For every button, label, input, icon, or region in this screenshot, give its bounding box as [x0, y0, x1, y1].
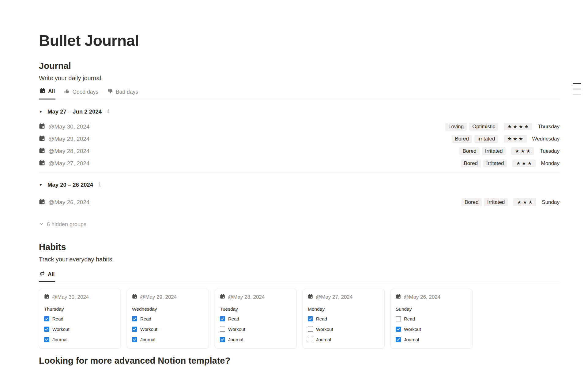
habit-item: Read [396, 314, 467, 324]
habit-item: Read [132, 314, 204, 324]
habit-label: Journal [316, 337, 331, 342]
star-rating: ★★★ [511, 147, 534, 155]
habit-item: Workout [220, 324, 292, 335]
habit-card[interactable]: @May 26, 2024 Sunday Read Workout Journa… [390, 289, 473, 349]
journal-section-description: Write your daily journal. [39, 74, 560, 82]
journal-view-tabs: All Good days Bad days [39, 87, 560, 99]
habit-item: Read [220, 314, 292, 324]
habit-card-items: Read Workout Journal [44, 314, 116, 345]
journal-date-mention[interactable]: @May 26, 2024 [48, 199, 89, 206]
day-of-week-label: Wednesday [532, 136, 560, 142]
star-rating: ★★★ [512, 159, 535, 167]
habit-card-date-mention[interactable]: @May 29, 2024 [140, 294, 177, 300]
habit-card-day-label: Tuesday [220, 306, 292, 312]
habit-item: Journal [396, 335, 467, 345]
group-toggle-icon[interactable]: ▼ [39, 110, 43, 114]
habit-checkbox[interactable] [308, 327, 313, 332]
habit-checkbox[interactable] [308, 316, 313, 321]
mood-tag: Irritated [484, 198, 508, 206]
outline-indicator-bar[interactable] [573, 88, 581, 90]
habit-item: Read [44, 314, 116, 324]
calendar-icon [39, 148, 45, 155]
journal-tab-good-days[interactable]: Good days [63, 87, 99, 99]
habit-item: Read [308, 314, 379, 324]
habit-checkbox[interactable] [308, 337, 313, 342]
group-toggle-icon[interactable]: ▼ [39, 183, 43, 187]
journal-row[interactable]: @May 28, 2024 BoredIrritated ★★★ Tuesday [39, 145, 560, 157]
outline-indicator[interactable] [573, 83, 581, 95]
journal-section-heading: Journal [39, 61, 560, 71]
journal-tab-bad-days[interactable]: Bad days [107, 87, 139, 99]
habit-label: Journal [140, 337, 155, 342]
journal-row[interactable]: @May 26, 2024 BoredIrritated ★★★ Sunday [39, 196, 560, 208]
journal-date-mention[interactable]: @May 29, 2024 [48, 136, 89, 142]
page-title: Bullet Journal [39, 32, 560, 50]
habit-label: Workout [316, 327, 333, 332]
outline-indicator-bar[interactable] [573, 94, 581, 95]
journal-group-header[interactable]: ▼ May 20 – 26 2024 1 [39, 181, 560, 189]
day-of-week-label: Sunday [542, 199, 560, 205]
calendar-icon [132, 294, 137, 300]
star-rating: ★★★ [513, 198, 536, 206]
habits-tab-all[interactable]: All [39, 270, 55, 282]
habit-checkbox[interactable] [220, 316, 225, 321]
habit-checkbox[interactable] [44, 337, 49, 342]
habit-checkbox[interactable] [44, 316, 49, 321]
outline-indicator-bar[interactable] [573, 83, 581, 84]
habit-checkbox[interactable] [132, 337, 137, 342]
habits-section-heading: Habits [39, 242, 560, 253]
habit-card-date-mention[interactable]: @May 27, 2024 [316, 294, 352, 300]
habit-card[interactable]: @May 28, 2024 Tuesday Read Workout Journ… [215, 289, 297, 349]
calendar-icon [39, 135, 45, 143]
calendar-icon [39, 160, 45, 167]
habit-checkbox[interactable] [132, 327, 137, 332]
habit-checkbox[interactable] [396, 316, 401, 321]
mood-tag: Optimistic [469, 123, 498, 131]
habit-label: Read [316, 316, 327, 321]
habit-card[interactable]: @May 29, 2024 Wednesday Read Workout Jou… [127, 289, 209, 349]
habit-checkbox[interactable] [220, 337, 225, 342]
calendar-icon [40, 88, 45, 95]
habit-label: Read [140, 316, 151, 321]
habit-card-day-label: Wednesday [132, 306, 204, 312]
journal-date-mention[interactable]: @May 27, 2024 [48, 160, 89, 167]
mood-tag: Bored [462, 198, 481, 206]
habit-card-items: Read Workout Journal [396, 314, 467, 345]
mood-tag: Irritated [474, 135, 498, 143]
habit-item: Journal [44, 335, 116, 345]
habit-label: Workout [140, 327, 157, 332]
journal-date-mention[interactable]: @May 30, 2024 [48, 123, 89, 130]
habit-card-date-mention[interactable]: @May 30, 2024 [52, 294, 89, 300]
mood-tag: Bored [459, 147, 479, 155]
habit-item: Workout [308, 324, 379, 335]
habit-card[interactable]: @May 27, 2024 Monday Read Workout Journa… [303, 289, 385, 349]
mood-tag: Bored [461, 159, 481, 167]
habit-item: Workout [132, 324, 204, 335]
journal-group: ▼ May 27 – Jun 2 2024 4 @May 30, 2024 Lo… [39, 99, 560, 170]
habit-label: Journal [228, 337, 243, 342]
mood-tag: Loving [445, 123, 467, 131]
habits-view-tabs: All [39, 270, 560, 282]
group-count: 4 [107, 108, 110, 115]
habit-item: Journal [220, 335, 292, 345]
habit-checkbox[interactable] [220, 327, 225, 332]
journal-row[interactable]: @May 27, 2024 BoredIrritated ★★★ Monday [39, 157, 560, 170]
journal-tab-all[interactable]: All [39, 87, 55, 99]
mood-tags: BoredIrritated [461, 159, 507, 167]
hidden-groups-toggle[interactable]: 6 hidden groups [39, 221, 86, 228]
habit-checkbox[interactable] [132, 316, 137, 321]
journal-group-header[interactable]: ▼ May 27 – Jun 2 2024 4 [39, 108, 560, 116]
habit-label: Workout [228, 327, 245, 332]
habit-card[interactable]: @May 30, 2024 Thursday Read Workout Jour… [39, 289, 121, 349]
journal-tab-bad-days-label: Bad days [116, 89, 138, 95]
habit-checkbox[interactable] [44, 327, 49, 332]
habit-card-date-mention[interactable]: @May 26, 2024 [404, 294, 440, 300]
habit-checkbox[interactable] [396, 337, 401, 342]
journal-tab-good-days-label: Good days [72, 89, 98, 95]
habit-card-date-mention[interactable]: @May 28, 2024 [228, 294, 265, 300]
habit-checkbox[interactable] [396, 327, 401, 332]
journal-row[interactable]: @May 29, 2024 BoredIrritated ★★★ Wednesd… [39, 133, 560, 145]
star-rating: ★★★ [504, 135, 527, 143]
journal-row[interactable]: @May 30, 2024 LovingOptimistic ★★★★ Thur… [39, 121, 560, 133]
journal-date-mention[interactable]: @May 28, 2024 [48, 148, 89, 155]
